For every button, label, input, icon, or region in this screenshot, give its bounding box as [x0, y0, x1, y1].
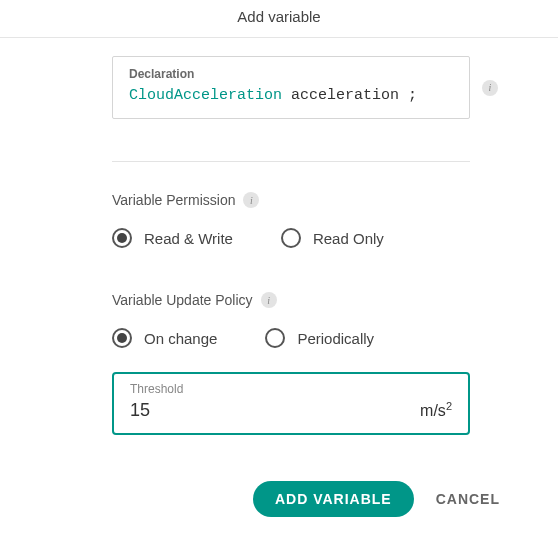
radio-periodically[interactable]: Periodically	[265, 328, 374, 348]
radio-label: On change	[144, 330, 217, 347]
dialog-title: Add variable	[0, 0, 558, 38]
declaration-label: Declaration	[129, 67, 453, 81]
add-variable-button[interactable]: ADD VARIABLE	[253, 481, 414, 517]
info-icon[interactable]: i	[482, 80, 498, 96]
divider	[112, 161, 470, 162]
radio-read-only[interactable]: Read Only	[281, 228, 384, 248]
declaration-terminator: ;	[408, 87, 417, 104]
radio-label: Periodically	[297, 330, 374, 347]
radio-label: Read Only	[313, 230, 384, 247]
permission-label: Variable Permission	[112, 192, 235, 208]
threshold-field[interactable]: Threshold m/s2	[112, 372, 470, 435]
cancel-button[interactable]: CANCEL	[436, 491, 500, 507]
radio-icon	[112, 328, 132, 348]
radio-on-change[interactable]: On change	[112, 328, 217, 348]
radio-icon	[112, 228, 132, 248]
radio-label: Read & Write	[144, 230, 233, 247]
declaration-type: CloudAcceleration	[129, 87, 282, 104]
update-policy-label: Variable Update Policy	[112, 292, 253, 308]
threshold-input[interactable]	[130, 400, 230, 421]
radio-icon	[281, 228, 301, 248]
threshold-unit: m/s2	[420, 400, 452, 420]
radio-icon	[265, 328, 285, 348]
threshold-label: Threshold	[130, 382, 452, 396]
info-icon[interactable]: i	[261, 292, 277, 308]
declaration-box[interactable]: Declaration CloudAcceleration accelerati…	[112, 56, 470, 119]
radio-read-write[interactable]: Read & Write	[112, 228, 233, 248]
declaration-code: CloudAcceleration acceleration ;	[129, 87, 453, 104]
info-icon[interactable]: i	[243, 192, 259, 208]
declaration-name: acceleration	[291, 87, 399, 104]
